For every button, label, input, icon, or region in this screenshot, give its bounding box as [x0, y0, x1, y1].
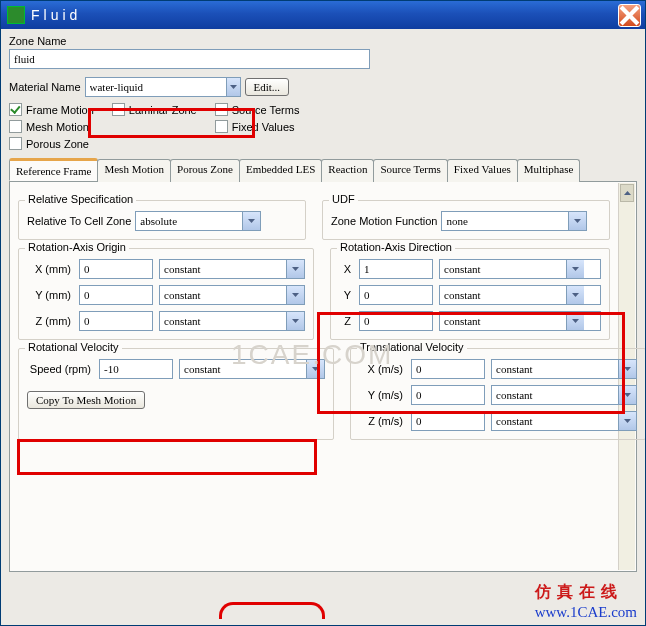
chevron-down-icon[interactable] [226, 78, 240, 96]
tab-reaction[interactable]: Reaction [321, 159, 374, 182]
zone-motion-fn-value[interactable] [442, 212, 568, 230]
dir-y-mode[interactable] [439, 285, 601, 305]
chevron-down-icon[interactable] [286, 312, 304, 330]
tvel-z-input[interactable] [411, 411, 485, 431]
origin-x-mode[interactable] [159, 259, 305, 279]
dir-y-label: Y [339, 289, 353, 301]
rotational-velocity-group: Rotational Velocity Speed (rpm) Copy To … [18, 348, 334, 440]
origin-z-mode[interactable] [159, 311, 305, 331]
tab-content: Relative Specification Relative To Cell … [9, 182, 637, 572]
chevron-down-icon[interactable] [618, 360, 636, 378]
speed-input[interactable] [99, 359, 173, 379]
tvel-y-label: Y (m/s) [359, 389, 405, 401]
fixed-values-checkbox[interactable] [215, 120, 228, 133]
scroll-up-icon[interactable] [620, 184, 634, 202]
dir-x-mode[interactable] [439, 259, 601, 279]
zone-motion-fn-label: Zone Motion Function [331, 215, 437, 227]
chevron-down-icon[interactable] [566, 312, 584, 330]
chevron-down-icon[interactable] [568, 212, 586, 230]
source-terms-checkbox[interactable] [215, 103, 228, 116]
material-dropdown[interactable] [85, 77, 241, 97]
chevron-down-icon[interactable] [566, 286, 584, 304]
close-button[interactable] [618, 4, 641, 27]
zone-name-label: Zone Name [9, 35, 637, 47]
chevron-down-icon[interactable] [618, 412, 636, 430]
origin-x-input[interactable] [79, 259, 153, 279]
relative-to-dropdown[interactable] [135, 211, 261, 231]
rotational-velocity-title: Rotational Velocity [25, 341, 122, 353]
udf-title: UDF [329, 193, 358, 205]
laminar-zone-checkbox[interactable] [112, 103, 125, 116]
origin-y-input[interactable] [79, 285, 153, 305]
origin-x-label: X (mm) [27, 263, 73, 275]
laminar-zone-label: Laminar Zone [129, 104, 197, 116]
tab-strip: Reference Frame Mesh Motion Porous Zone … [9, 158, 637, 182]
chevron-down-icon[interactable] [566, 260, 584, 278]
material-name-label: Material Name [9, 81, 81, 93]
tvel-x-input[interactable] [411, 359, 485, 379]
tab-embedded-les[interactable]: Embedded LES [239, 159, 322, 182]
relative-to-label: Relative To Cell Zone [27, 215, 131, 227]
rotation-direction-group: Rotation-Axis Direction X Y Z [330, 248, 610, 340]
zone-motion-fn-dropdown[interactable] [441, 211, 587, 231]
speed-label: Speed (rpm) [27, 363, 93, 375]
translational-velocity-group: Translational Velocity X (m/s) Y (m/s) Z… [350, 348, 645, 440]
tab-reference-frame[interactable]: Reference Frame [9, 158, 98, 181]
tab-source-terms[interactable]: Source Terms [373, 159, 447, 182]
dir-x-input[interactable] [359, 259, 433, 279]
rotation-origin-group: Rotation-Axis Origin X (mm) Y (mm) Z (mm… [18, 248, 314, 340]
translational-velocity-title: Translational Velocity [357, 341, 467, 353]
footer-url[interactable]: www.1CAE.com [535, 604, 637, 620]
relative-spec-group: Relative Specification Relative To Cell … [18, 200, 306, 240]
options-checks: Frame Motion Mesh Motion Porous Zone Lam… [9, 103, 429, 150]
porous-zone-checkbox[interactable] [9, 137, 22, 150]
tvel-z-mode[interactable] [491, 411, 637, 431]
tvel-y-input[interactable] [411, 385, 485, 405]
tab-mesh-motion[interactable]: Mesh Motion [97, 159, 171, 182]
tvel-x-mode[interactable] [491, 359, 637, 379]
rotation-direction-title: Rotation-Axis Direction [337, 241, 455, 253]
origin-z-label: Z (mm) [27, 315, 73, 327]
udf-group: UDF Zone Motion Function [322, 200, 610, 240]
close-icon [619, 5, 640, 26]
tvel-x-label: X (m/s) [359, 363, 405, 375]
app-icon [7, 6, 25, 24]
chevron-down-icon[interactable] [242, 212, 260, 230]
dir-z-input[interactable] [359, 311, 433, 331]
dir-x-label: X [339, 263, 353, 275]
rotation-origin-title: Rotation-Axis Origin [25, 241, 129, 253]
origin-y-label: Y (mm) [27, 289, 73, 301]
copy-to-mesh-motion-button[interactable]: Copy To Mesh Motion [27, 391, 145, 409]
origin-y-mode[interactable] [159, 285, 305, 305]
chevron-down-icon[interactable] [306, 360, 324, 378]
tab-porous-zone[interactable]: Porous Zone [170, 159, 240, 182]
tvel-y-mode[interactable] [491, 385, 637, 405]
footer-links: 仿真在线 www.1CAE.com [535, 582, 637, 621]
chevron-down-icon[interactable] [618, 386, 636, 404]
bottom-highlight-arc [219, 602, 325, 619]
frame-motion-checkbox[interactable] [9, 103, 22, 116]
tab-fixed-values[interactable]: Fixed Values [447, 159, 518, 182]
fluid-dialog: Fluid Zone Name Material Name Edit... Fr… [0, 0, 646, 626]
dir-z-mode[interactable] [439, 311, 601, 331]
source-terms-label: Source Terms [232, 104, 300, 116]
zone-name-input[interactable] [9, 49, 370, 69]
speed-mode[interactable] [179, 359, 325, 379]
chevron-down-icon[interactable] [286, 286, 304, 304]
tab-multiphase[interactable]: Multiphase [517, 159, 581, 182]
porous-zone-label: Porous Zone [26, 138, 89, 150]
dir-z-label: Z [339, 315, 353, 327]
mesh-motion-checkbox[interactable] [9, 120, 22, 133]
edit-material-button[interactable]: Edit... [245, 78, 290, 96]
origin-z-input[interactable] [79, 311, 153, 331]
fixed-values-label: Fixed Values [232, 121, 295, 133]
window-title: Fluid [31, 7, 618, 23]
titlebar: Fluid [1, 1, 645, 29]
dir-y-input[interactable] [359, 285, 433, 305]
chevron-down-icon[interactable] [286, 260, 304, 278]
material-value[interactable] [86, 78, 226, 96]
footer-cn-text: 仿真在线 [535, 583, 623, 600]
mesh-motion-label: Mesh Motion [26, 121, 89, 133]
relative-spec-title: Relative Specification [25, 193, 136, 205]
relative-to-value[interactable] [136, 212, 242, 230]
